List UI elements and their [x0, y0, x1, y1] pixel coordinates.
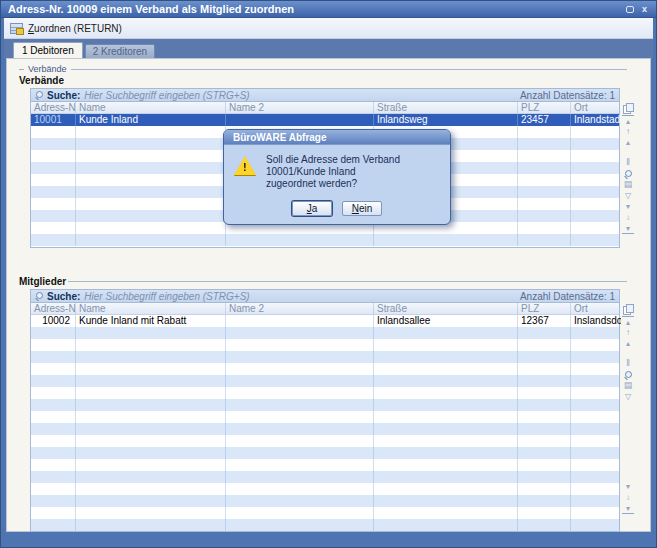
toolbar: Zuordnen (RETURN) [4, 18, 653, 39]
dialog-message: Soll die Adresse dem Verband 10001/Kunde… [266, 154, 440, 190]
mitglieder-nav-strip: ▴↑▴‖▤▽▾↓▾ [620, 289, 636, 532]
table-cell: Inlandsallee [374, 315, 518, 327]
dialog-titlebar[interactable]: BüroWARE Abfrage [224, 130, 450, 145]
move-down-icon[interactable]: ↓ [622, 212, 634, 223]
table-cell: Inlandstadt [571, 114, 621, 126]
column-header[interactable]: Name 2 [226, 303, 374, 314]
table-row[interactable] [31, 363, 619, 375]
table-cell: 12367 [518, 315, 571, 327]
verbaende-groupbox-legend: Verbände [19, 64, 627, 74]
columns-icon[interactable]: ‖ [622, 157, 634, 168]
column-header[interactable]: Ort [571, 303, 621, 314]
table-row[interactable] [31, 495, 619, 507]
column-header[interactable]: Adress-Nr. [31, 303, 76, 314]
search-placeholder: Hier Suchbegriff eingeben (STRG+S) [84, 291, 516, 302]
table-row[interactable] [31, 234, 619, 246]
table-row[interactable] [31, 507, 619, 519]
scroll-top-icon[interactable]: ▴ [622, 316, 634, 327]
maximize-icon [626, 6, 634, 13]
mitglieder-groupbox-legend: Mitglieder [19, 276, 627, 287]
verbaende-heading: Verbände [19, 75, 642, 86]
filter-icon[interactable]: ▽ [622, 190, 634, 201]
table-row[interactable] [31, 483, 619, 495]
table-row[interactable]: 10002Kunde Inland mit RabattInlandsallee… [31, 315, 619, 327]
mitglieder-search-bar[interactable]: Suche: Hier Suchbegriff eingeben (STRG+S… [31, 290, 619, 303]
search-icon [35, 91, 43, 99]
move-up-icon[interactable]: ↑ [622, 126, 634, 137]
table-row[interactable] [31, 471, 619, 483]
no-button[interactable]: Nein [342, 201, 382, 216]
tab-debitoren[interactable]: 1 Debitoren [13, 42, 83, 58]
column-header[interactable]: Straße [374, 102, 518, 113]
record-count: Anzahl Datensätze: 1 [520, 291, 615, 302]
copy-icon[interactable] [622, 102, 634, 113]
column-header[interactable]: PLZ [518, 303, 571, 314]
search-icon [35, 292, 43, 300]
page-down-icon[interactable]: ▾ [622, 201, 634, 212]
list-view-icon[interactable]: ▤ [622, 380, 634, 391]
column-header[interactable]: Straße [374, 303, 518, 314]
table-row[interactable]: 10001Kunde InlandInlandsweg23457Inlandst… [31, 114, 619, 126]
scroll-bottom-icon[interactable]: ▾ [622, 223, 634, 234]
table-row[interactable] [31, 447, 619, 459]
column-header[interactable]: PLZ [518, 102, 571, 113]
table-row[interactable] [31, 459, 619, 471]
table-cell: Inslandsdorf [571, 315, 621, 327]
close-button[interactable]: x [637, 3, 652, 15]
page-up-icon[interactable]: ▴ [622, 338, 634, 349]
search-label: Suche: [47, 291, 80, 302]
tab-kreditoren[interactable]: 2 Kreditoren [85, 44, 155, 58]
verbaende-legend-label: Verbände [26, 64, 69, 74]
tab-strip: 1 Debitoren 2 Kreditoren [4, 39, 653, 58]
table-row[interactable] [31, 375, 619, 387]
table-cell [226, 114, 374, 126]
page-up-icon[interactable]: ▴ [622, 137, 634, 148]
window-titlebar[interactable]: Adress-Nr. 10009 einem Verband als Mitgl… [1, 1, 656, 18]
table-cell: Kunde Inland [76, 114, 226, 126]
columns-icon[interactable]: ‖ [622, 358, 634, 369]
table-row[interactable] [31, 411, 619, 423]
column-header[interactable]: Name [76, 303, 226, 314]
table-cell: Kunde Inland mit Rabatt [76, 315, 226, 327]
verbaende-nav-strip: ▴↑▴‖▤▽▾↓▾ [620, 88, 636, 248]
table-cell: 10002 [31, 315, 76, 327]
assign-icon [10, 23, 23, 34]
column-header[interactable]: Name 2 [226, 102, 374, 113]
search-placeholder: Hier Suchbegriff eingeben (STRG+S) [84, 90, 516, 101]
scroll-top-icon[interactable]: ▴ [622, 115, 634, 126]
search-zoom-icon[interactable] [622, 369, 634, 380]
table-row[interactable] [31, 339, 619, 351]
move-up-icon[interactable]: ↑ [622, 327, 634, 338]
table-row[interactable] [31, 435, 619, 447]
mitglieder-section: Mitglieder Suche: Hier Suchbegriff einge… [15, 276, 642, 532]
yes-button[interactable]: Ja [292, 201, 332, 216]
scroll-bottom-icon[interactable]: ▾ [622, 503, 634, 514]
table-cell [226, 315, 374, 327]
table-row[interactable] [31, 519, 619, 531]
table-row[interactable] [31, 399, 619, 411]
table-cell: Inlandsweg [374, 114, 518, 126]
column-header[interactable]: Name [76, 102, 226, 113]
search-zoom-icon[interactable] [622, 168, 634, 179]
confirm-dialog: BüroWARE Abfrage Soll die Adresse dem Ve… [223, 129, 451, 225]
filter-icon[interactable]: ▽ [622, 391, 634, 402]
mitglieder-heading: Mitglieder [19, 276, 66, 287]
record-count: Anzahl Datensätze: 1 [520, 90, 615, 101]
maximize-button[interactable] [622, 3, 637, 15]
table-row[interactable] [31, 327, 619, 339]
search-label: Suche: [47, 90, 80, 101]
table-cell: 10001 [31, 114, 76, 126]
table-row[interactable] [31, 423, 619, 435]
column-header[interactable]: Adress-Nr. [31, 102, 76, 113]
page-down-icon[interactable]: ▾ [622, 481, 634, 492]
list-view-icon[interactable]: ▤ [622, 179, 634, 190]
verbaende-search-bar[interactable]: Suche: Hier Suchbegriff eingeben (STRG+S… [31, 89, 619, 102]
copy-icon[interactable] [622, 303, 634, 314]
table-row[interactable] [31, 387, 619, 399]
table-row[interactable] [31, 351, 619, 363]
column-header[interactable]: Ort [571, 102, 621, 113]
move-down-icon[interactable]: ↓ [622, 492, 634, 503]
window-title: Adress-Nr. 10009 einem Verband als Mitgl… [8, 3, 622, 15]
mitglieder-table: Adress-Nr.NameName 2StraßePLZOrt10002Kun… [31, 303, 619, 531]
assign-button[interactable]: Zuordnen (RETURN) [28, 23, 122, 34]
